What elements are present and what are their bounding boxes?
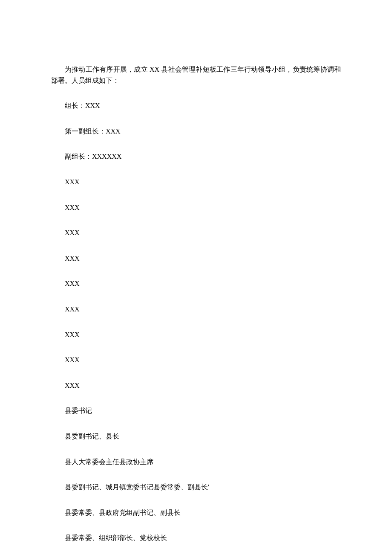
list-item: XXX bbox=[51, 304, 341, 315]
list-item: XXX bbox=[51, 278, 341, 289]
list-item: XXX bbox=[51, 329, 341, 340]
list-item: XXX bbox=[51, 177, 341, 188]
document-page: 为推动工作有序开展，成立 XX 县社会管理补短板工作三年行动领导小组，负责统筹协… bbox=[0, 0, 392, 543]
list-item: 县委副书记、城月镇党委书记县委常委、副县长' bbox=[51, 482, 341, 493]
list-item: XXX bbox=[51, 227, 341, 238]
list-item: 县委常委、组织部部长、党校校长 bbox=[51, 532, 341, 543]
list-item: 副组长：XXXXXX bbox=[51, 151, 341, 162]
intro-paragraph: 为推动工作有序开展，成立 XX 县社会管理补短板工作三年行动领导小组，负责统筹协… bbox=[51, 64, 341, 86]
list-item: XXX bbox=[51, 380, 341, 391]
list-item: XXX bbox=[51, 355, 341, 366]
list-item: 县委书记 bbox=[51, 405, 341, 416]
list-item: 组长：XXX bbox=[51, 100, 341, 111]
list-item: 县委副书记、县长 bbox=[51, 431, 341, 442]
list-item: 县人大常委会主任县政协主席 bbox=[51, 456, 341, 468]
list-item: 第一副组长：XXX bbox=[51, 126, 341, 137]
list-item: 县委常委、县政府党组副书记、副县长 bbox=[51, 507, 341, 518]
list-item: XXX bbox=[51, 202, 341, 213]
list-item: XXX bbox=[51, 253, 341, 264]
